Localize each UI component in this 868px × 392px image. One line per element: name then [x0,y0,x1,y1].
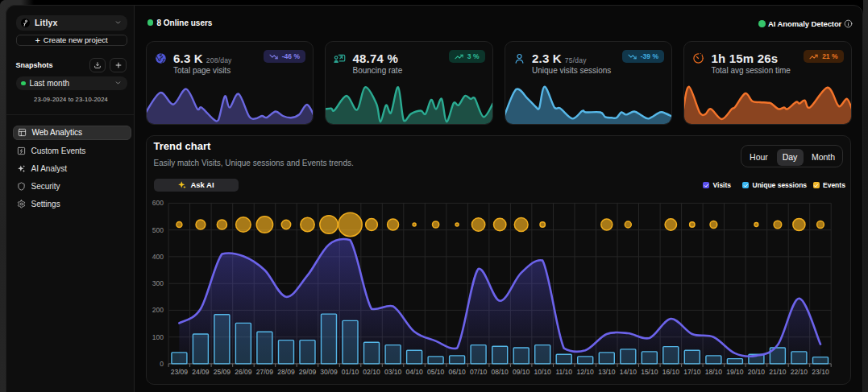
svg-text:14/10: 14/10 [620,368,638,376]
svg-text:07/10: 07/10 [470,368,488,376]
svg-text:24/09: 24/09 [192,368,210,376]
svg-text:18/10: 18/10 [705,368,723,376]
svg-text:300: 300 [152,279,164,287]
svg-text:06/10: 06/10 [448,368,466,376]
svg-text:03/10: 03/10 [384,368,402,376]
svg-text:23/09: 23/09 [171,368,189,376]
svg-text:10/10: 10/10 [534,368,552,376]
svg-text:11/10: 11/10 [555,368,572,376]
svg-text:02/10: 02/10 [363,368,380,376]
svg-text:400: 400 [152,253,164,261]
svg-text:100: 100 [152,333,164,341]
svg-text:28/09: 28/09 [277,368,295,376]
svg-text:04/10: 04/10 [405,368,423,376]
svg-text:16/10: 16/10 [662,368,680,376]
svg-text:0: 0 [160,360,164,368]
svg-text:20/10: 20/10 [748,368,766,376]
svg-text:15/10: 15/10 [641,368,658,376]
svg-text:13/10: 13/10 [598,368,616,376]
svg-text:29/09: 29/09 [299,368,317,376]
svg-text:17/10: 17/10 [683,368,701,376]
svg-text:27/09: 27/09 [256,368,274,376]
svg-text:30/09: 30/09 [320,368,338,376]
svg-text:09/10: 09/10 [513,368,530,376]
svg-text:12/10: 12/10 [577,368,595,376]
svg-text:22/10: 22/10 [791,368,808,376]
svg-text:200: 200 [152,306,164,314]
svg-text:26/09: 26/09 [235,368,252,376]
svg-text:05/10: 05/10 [427,368,445,376]
svg-text:600: 600 [152,199,164,207]
svg-text:21/10: 21/10 [769,368,787,376]
svg-text:500: 500 [152,226,164,234]
svg-text:23/10: 23/10 [812,368,829,376]
svg-text:25/09: 25/09 [214,368,231,376]
svg-text:08/10: 08/10 [492,368,509,376]
svg-text:19/10: 19/10 [726,368,744,376]
svg-text:01/10: 01/10 [342,368,359,376]
